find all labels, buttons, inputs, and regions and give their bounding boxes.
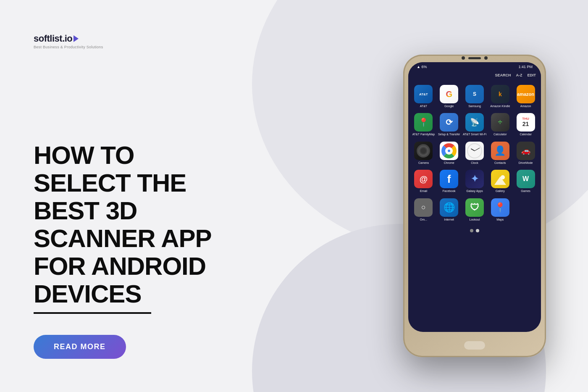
home-button[interactable] [464, 341, 485, 350]
list-item[interactable]: f Facebook [436, 167, 462, 195]
list-item[interactable]: Gallery [487, 167, 513, 195]
az-label[interactable]: A-Z [516, 73, 522, 77]
smartwifi-icon: 📡 [465, 113, 484, 132]
list-item[interactable]: ÷ Calculator [487, 110, 513, 139]
app-label: Om... [420, 218, 427, 221]
read-more-button[interactable]: READ MORE [34, 335, 126, 359]
google-icon: G [440, 85, 458, 103]
app-label: Maps [496, 218, 504, 221]
time-display: 1:41 PM [518, 65, 533, 69]
phone-camera-dot [462, 56, 465, 60]
logo-text: softlist.io [34, 33, 72, 44]
list-item[interactable]: k Amazon Kindle [487, 82, 513, 110]
omni-icon: ○ [414, 198, 433, 217]
main-card: softlist.io Best Business & Productivity… [0, 0, 588, 392]
camera-app-icon [414, 142, 433, 160]
list-item[interactable]: G Google [436, 82, 462, 110]
chrome-ring [441, 143, 457, 158]
logo-top-row: softlist.io [34, 33, 103, 44]
logo-tagline: Best Business & Productivity Solutions [34, 45, 103, 49]
logo-wrapper: softlist.io Best Business & Productivity… [34, 33, 103, 49]
clock-face [467, 143, 482, 158]
edit-label[interactable]: EDIT [527, 73, 536, 77]
phone-camera-dot2 [484, 56, 488, 60]
app-label: Amazon Kindle [490, 105, 510, 108]
app-label: Camera [418, 161, 429, 165]
main-title: HOW TO SELECT THE BEST 3D SCANNER APP FO… [34, 142, 227, 308]
list-item[interactable]: 📍 AT&T FamilyMap [411, 110, 436, 139]
phone-body: SAMSUNG ▲ 6% 1:41 PM SEARCH A-Z EDIT [403, 55, 546, 357]
familymap-icon: 📍 [414, 113, 433, 132]
list-item[interactable]: Chrome [436, 139, 462, 167]
list-item[interactable]: 🚗 DriveMode [513, 139, 538, 167]
email-icon: @ [414, 170, 433, 188]
app-label: Setup & Transfer [438, 133, 460, 136]
list-item[interactable]: 🌐 Internet [436, 196, 462, 224]
contacts-icon: 👤 [491, 142, 509, 160]
phone-area: SAMSUNG ▲ 6% 1:41 PM SEARCH A-Z EDIT [252, 0, 588, 392]
app-label: Samsung [468, 105, 481, 108]
search-label[interactable]: SEARCH [495, 73, 511, 77]
chrome-center [447, 149, 451, 153]
app-label: DriveMode [519, 161, 533, 165]
page-dots [408, 226, 541, 236]
list-item[interactable]: 👤 Contacts [487, 139, 513, 167]
app-label: Internet [444, 218, 454, 221]
internet-icon: 🌐 [440, 198, 458, 217]
status-bar: ▲ 6% 1:41 PM [408, 62, 541, 71]
svg-point-1 [501, 175, 505, 179]
chrome-label: Chrome [444, 161, 454, 165]
list-item[interactable]: 🛡 Lookout [462, 196, 488, 224]
list-item[interactable]: S Samsung [462, 82, 488, 110]
list-item[interactable]: 📍 Maps [487, 196, 513, 224]
list-item[interactable]: ✦ Galaxy Apps [462, 167, 488, 195]
app-label: Google [444, 105, 454, 108]
list-item[interactable]: Clock [462, 139, 488, 167]
app-label: Amazon [520, 105, 531, 108]
logo-area: softlist.io Best Business & Productivity… [34, 33, 227, 49]
app-label: Contacts [494, 161, 506, 165]
setup-icon: ⟳ [440, 113, 458, 132]
left-content-area: softlist.io Best Business & Productivity… [0, 8, 260, 384]
app-label: Galaxy Apps [466, 189, 483, 193]
list-item[interactable]: amazon Amazon [513, 82, 538, 110]
list-item[interactable]: ⟳ Setup & Transfer [436, 110, 462, 139]
phone-wrapper: SAMSUNG ▲ 6% 1:41 PM SEARCH A-Z EDIT [386, 34, 563, 378]
list-item[interactable]: @ Email [411, 167, 436, 195]
drivemode-icon: 🚗 [517, 142, 535, 160]
list-item[interactable]: AT&T AT&T [411, 82, 436, 110]
galaxy-icon: ✦ [465, 170, 484, 188]
clock-icon [465, 142, 484, 160]
dot-2 [476, 229, 479, 232]
app-label: AT&T Smart Wi-Fi [463, 133, 486, 136]
logo-play-icon [74, 35, 79, 42]
app-grid-header: SEARCH A-Z EDIT [408, 71, 541, 81]
list-item[interactable]: ○ Om... [411, 196, 436, 224]
list-item[interactable]: Camera [411, 139, 436, 167]
camera-lens [417, 144, 430, 158]
samsung-icon: S [465, 85, 484, 103]
kindle-icon: k [491, 85, 509, 103]
chrome-icon [440, 142, 458, 160]
amazon-icon: amazon [517, 85, 535, 103]
phone-screen: ▲ 6% 1:41 PM SEARCH A-Z EDIT [408, 62, 541, 332]
phone-speaker [468, 57, 481, 59]
signal-icon: ▲ 6% [417, 65, 427, 69]
list-item[interactable]: 📡 AT&T Smart Wi-Fi [462, 110, 488, 139]
gallery-svg [494, 173, 506, 185]
app-label: Facebook [443, 189, 456, 193]
app-label: Gallery [496, 189, 505, 193]
clock-minute-hand [475, 147, 480, 151]
facebook-icon: f [440, 170, 458, 188]
calendar-icon: THU 21 [517, 113, 535, 132]
list-item [513, 196, 538, 224]
title-underline [34, 312, 151, 314]
app-label: Games [521, 189, 530, 193]
calculator-icon: ÷ [491, 113, 509, 132]
list-item[interactable]: THU 21 Calendar [513, 110, 538, 139]
att-icon: AT&T [414, 85, 433, 103]
app-label: Email [420, 189, 428, 193]
list-item[interactable]: W Games [513, 167, 538, 195]
clock-label: Clock [471, 161, 478, 165]
gallery-icon [491, 170, 509, 188]
